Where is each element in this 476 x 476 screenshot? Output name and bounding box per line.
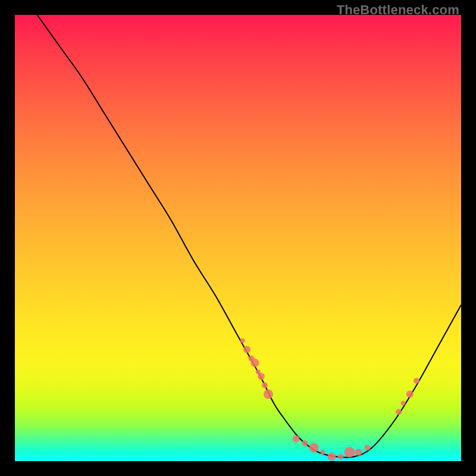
- data-marker: [396, 409, 402, 415]
- data-marker: [401, 401, 406, 406]
- data-marker: [262, 383, 268, 389]
- data-marker: [328, 453, 336, 461]
- data-marker: [249, 356, 255, 362]
- data-marker: [309, 443, 319, 453]
- data-marker: [256, 369, 261, 374]
- data-marker: [293, 436, 300, 443]
- data-marker: [406, 391, 414, 398]
- data-marker: [338, 454, 344, 460]
- marker-group: [240, 339, 420, 461]
- data-marker: [251, 359, 259, 367]
- data-marker: [355, 449, 362, 456]
- data-marker: [258, 373, 265, 380]
- data-marker: [321, 450, 325, 455]
- chart-svg: [15, 15, 461, 461]
- data-marker: [414, 378, 419, 384]
- data-marker: [240, 339, 245, 343]
- data-marker: [365, 445, 371, 451]
- data-marker: [345, 447, 355, 458]
- data-marker: [264, 390, 273, 399]
- chart-frame: TheBottleneck.com: [0, 0, 476, 476]
- data-marker: [243, 346, 250, 353]
- watermark-text: TheBottleneck.com: [337, 2, 459, 18]
- data-marker: [302, 440, 308, 446]
- bottleneck-curve-path: [37, 15, 462, 458]
- plot-area: [15, 15, 461, 461]
